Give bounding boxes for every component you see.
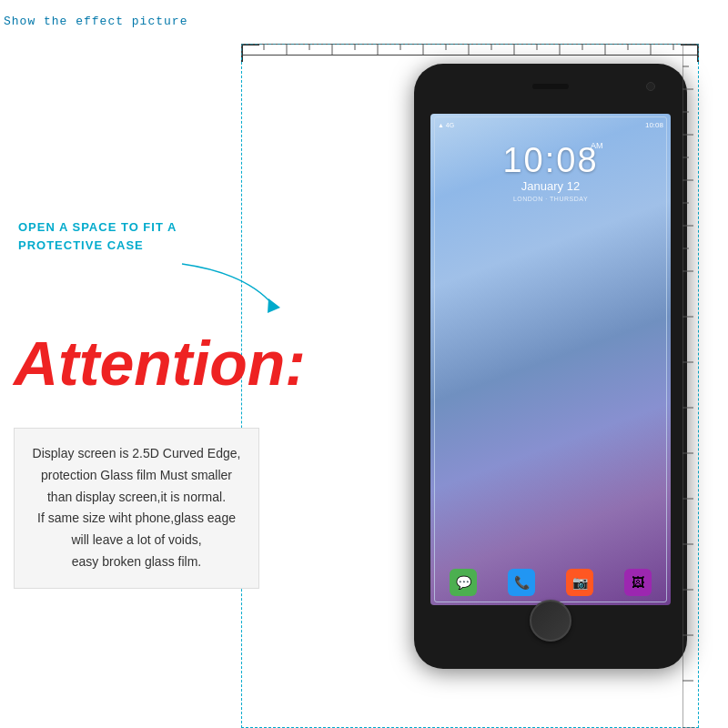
- app-icons-row: 💬 📞 📷 🖼: [434, 569, 667, 596]
- ruler-ticks-svg: /* ticks rendered below */: [241, 44, 699, 60]
- lock-time: 10:08: [430, 141, 671, 180]
- phone-screen: ▲ 4G 10:08 10:08 AM January 12 LONDON · …: [430, 114, 671, 605]
- lock-location: LONDON · THURSDAY: [430, 196, 671, 202]
- app-icon-photos: 🖼: [624, 569, 652, 596]
- camera-top: [646, 82, 655, 91]
- svg-marker-0: [268, 298, 280, 313]
- lock-date: January 12: [430, 179, 671, 193]
- arrow-svg: [173, 255, 282, 318]
- description-text: Display screen is 2.5D Curved Edge, prot…: [29, 443, 244, 573]
- home-button: [530, 600, 571, 642]
- app-icon-phone: 📞: [508, 569, 535, 596]
- open-space-label: OPEN A SPACE TO FIT APROTECTIVE CASE: [18, 218, 255, 254]
- ruler-ticks-right-svg: [682, 44, 699, 728]
- phone-body: ▲ 4G 10:08 10:08 AM January 12 LONDON · …: [414, 64, 687, 669]
- phone-container: ▲ 4G 10:08 10:08 AM January 12 LONDON · …: [405, 50, 696, 687]
- speaker-top: [532, 84, 569, 89]
- app-icon-messages: 💬: [450, 569, 477, 596]
- attention-heading: Attention:: [14, 328, 306, 399]
- status-bar: ▲ 4G 10:08: [430, 117, 671, 132]
- status-time: 10:08: [645, 121, 663, 129]
- app-icon-camera: 📷: [566, 569, 593, 596]
- lock-am-pm: AM: [591, 141, 603, 150]
- show-effect-label: Show the effect picture: [4, 15, 187, 28]
- description-box: Display screen is 2.5D Curved Edge, prot…: [14, 428, 259, 589]
- left-content: OPEN A SPACE TO FIT APROTECTIVE CASE: [18, 218, 255, 254]
- status-icons-left: ▲ 4G: [438, 122, 454, 128]
- page-container: Show the effect picture ▲ 4G: [0, 0, 728, 728]
